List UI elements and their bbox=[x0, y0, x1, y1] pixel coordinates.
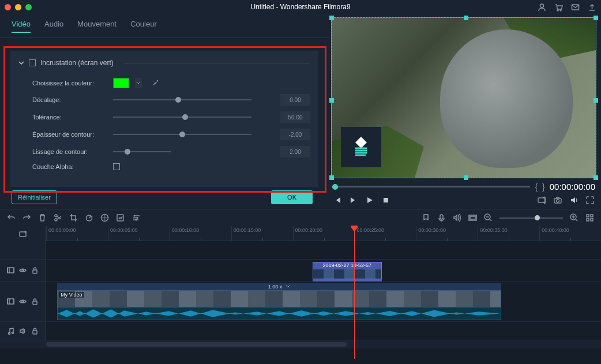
chroma-section-title: Incrustation (écran vert) bbox=[40, 59, 114, 67]
track-head-video[interactable] bbox=[0, 282, 46, 321]
snapshot-icon[interactable] bbox=[554, 196, 562, 204]
tab-color[interactable]: Couleur bbox=[130, 20, 157, 33]
speed-icon[interactable] bbox=[85, 213, 93, 222]
color-dropdown[interactable] bbox=[135, 78, 142, 88]
svg-rect-18 bbox=[470, 216, 475, 219]
zoom-slider[interactable] bbox=[499, 217, 563, 219]
preview-panel: { } 00:00:00:00 bbox=[329, 14, 601, 209]
track-head-audio[interactable] bbox=[0, 322, 46, 340]
chevron-down-icon[interactable] bbox=[286, 285, 290, 288]
fullscreen-icon[interactable] bbox=[586, 196, 594, 204]
tab-motion[interactable]: Mouvement bbox=[77, 20, 117, 33]
window-minimize-dot[interactable] bbox=[15, 4, 21, 10]
delete-icon[interactable] bbox=[38, 213, 47, 222]
zoom-fit-icon[interactable] bbox=[585, 213, 594, 222]
transform-handle[interactable] bbox=[329, 175, 334, 180]
svg-rect-26 bbox=[7, 268, 14, 273]
marker-icon[interactable] bbox=[422, 213, 430, 222]
alpha-label: Couche Alpha: bbox=[32, 163, 107, 170]
cart-icon[interactable] bbox=[554, 3, 563, 12]
timeline-scrollbar[interactable] bbox=[0, 340, 601, 348]
play-icon[interactable] bbox=[366, 196, 374, 204]
color-icon[interactable] bbox=[100, 213, 109, 222]
ruler-tick: 00:00:10:00 bbox=[170, 226, 231, 241]
redo-icon[interactable] bbox=[22, 213, 31, 222]
zoom-in-icon[interactable] bbox=[570, 213, 579, 222]
zoom-out-icon[interactable] bbox=[484, 213, 493, 222]
timeline-ruler[interactable]: 00:00:00:00 00:00:05:00 00:00:10:00 00:0… bbox=[46, 226, 601, 241]
video-clip[interactable]: 1.00 x My Video bbox=[57, 283, 501, 320]
eye-icon[interactable] bbox=[19, 267, 27, 274]
green-screen-icon[interactable] bbox=[116, 213, 125, 222]
volume-icon[interactable] bbox=[570, 196, 578, 204]
svg-point-8 bbox=[55, 215, 57, 217]
mark-out-icon[interactable]: } bbox=[542, 182, 545, 192]
color-swatch[interactable] bbox=[113, 78, 129, 88]
svg-point-9 bbox=[55, 219, 57, 221]
speaker-icon[interactable] bbox=[19, 327, 27, 335]
tab-audio[interactable]: Audio bbox=[44, 20, 63, 33]
lock-icon[interactable] bbox=[31, 298, 39, 305]
reset-button[interactable]: Réinitialiser bbox=[12, 190, 57, 204]
transform-handle[interactable] bbox=[594, 98, 598, 103]
transform-handle[interactable] bbox=[329, 16, 334, 20]
add-track-button[interactable] bbox=[0, 226, 46, 241]
stop-icon[interactable] bbox=[382, 196, 390, 204]
split-icon[interactable] bbox=[54, 213, 62, 222]
overlay-clip[interactable]: 2019-02-27 19-52-57 bbox=[313, 262, 382, 279]
next-frame-icon[interactable] bbox=[350, 196, 358, 204]
edge-thickness-value[interactable]: -2.00 bbox=[280, 129, 310, 140]
transform-handle[interactable] bbox=[594, 175, 598, 180]
lock-icon[interactable] bbox=[31, 267, 39, 274]
chevron-down-icon[interactable] bbox=[18, 60, 24, 66]
music-icon bbox=[7, 327, 14, 335]
chroma-enable-checkbox[interactable] bbox=[29, 59, 36, 66]
edge-thickness-slider[interactable] bbox=[113, 134, 251, 135]
svg-point-33 bbox=[12, 332, 14, 334]
lock-icon[interactable] bbox=[31, 327, 39, 335]
offset-value[interactable]: 0.00 bbox=[280, 94, 310, 106]
track-head-overlay bbox=[0, 241, 46, 259]
eyedropper-icon[interactable] bbox=[151, 79, 159, 87]
playhead[interactable] bbox=[354, 226, 355, 359]
clip-audio-wave[interactable] bbox=[57, 307, 501, 320]
svg-rect-4 bbox=[384, 198, 388, 202]
prev-frame-icon[interactable] bbox=[333, 196, 341, 204]
timeline: 00:00:00:00 00:00:05:00 00:00:10:00 00:0… bbox=[0, 226, 601, 364]
edge-thickness-label: Épaisseur de contour: bbox=[32, 131, 107, 138]
export-icon[interactable] bbox=[588, 3, 596, 12]
record-icon[interactable] bbox=[437, 213, 446, 222]
svg-point-1 bbox=[557, 10, 558, 11]
alpha-checkbox[interactable] bbox=[113, 163, 120, 170]
svg-point-14 bbox=[134, 215, 136, 217]
svg-rect-28 bbox=[33, 270, 37, 273]
undo-icon[interactable] bbox=[7, 213, 16, 222]
track-head-overlay[interactable] bbox=[0, 260, 46, 281]
transform-handle[interactable] bbox=[464, 16, 468, 20]
preview-viewport[interactable] bbox=[331, 17, 596, 178]
edge-feather-slider[interactable] bbox=[113, 151, 171, 152]
svg-rect-24 bbox=[591, 219, 593, 221]
safe-zone-icon[interactable] bbox=[468, 213, 477, 222]
transform-handle[interactable] bbox=[329, 98, 334, 103]
transform-handle[interactable] bbox=[464, 175, 468, 180]
tab-video[interactable]: Vidéo bbox=[12, 20, 31, 33]
edge-feather-value[interactable]: 2.00 bbox=[280, 146, 310, 157]
window-close-dot[interactable] bbox=[5, 4, 11, 10]
ok-button[interactable]: OK bbox=[271, 190, 313, 204]
quality-icon[interactable] bbox=[538, 196, 546, 204]
mixer-icon[interactable] bbox=[453, 213, 461, 222]
offset-slider[interactable] bbox=[113, 99, 251, 100]
window-zoom-dot[interactable] bbox=[25, 4, 32, 10]
mark-in-icon[interactable]: { bbox=[535, 182, 538, 192]
tolerance-slider[interactable] bbox=[113, 117, 251, 118]
ruler-tick: 00:00:00:00 bbox=[46, 226, 108, 241]
crop-icon[interactable] bbox=[69, 213, 78, 222]
account-icon[interactable] bbox=[538, 3, 546, 12]
tolerance-value[interactable]: 50.00 bbox=[280, 111, 310, 123]
scrub-slider[interactable] bbox=[332, 186, 530, 187]
transform-handle[interactable] bbox=[594, 16, 598, 20]
adjust-icon[interactable] bbox=[132, 213, 140, 222]
eye-icon[interactable] bbox=[19, 298, 27, 305]
mail-icon[interactable] bbox=[571, 3, 580, 12]
